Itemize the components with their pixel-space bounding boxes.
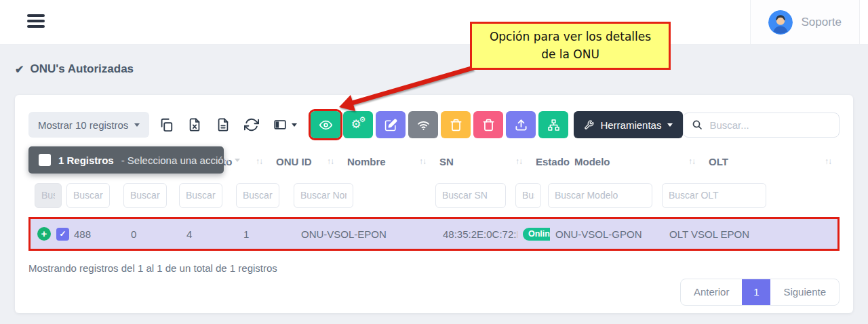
sitemap-icon [547, 119, 560, 131]
row-checkbox-checked[interactable]: ✓ [56, 228, 69, 241]
chevron-down-icon [134, 123, 140, 127]
expand-row-icon[interactable]: + [37, 227, 51, 241]
view-details-button[interactable] [311, 111, 340, 138]
filter-nombre[interactable] [294, 183, 353, 208]
filter-modelo[interactable] [548, 183, 652, 208]
column-header-modelo[interactable]: Modelo ↑↓ [569, 145, 703, 178]
pagination-next[interactable]: Siguiente [770, 279, 839, 305]
avatar [768, 10, 793, 35]
onu-table: 1 Registros - Selecciona una acción Puer… [28, 145, 840, 251]
table-row[interactable]: + ✓ 488 0 4 1 ONU-VSOL-EPON 48:35:2E:0C:… [31, 219, 837, 249]
wifi-icon [417, 119, 430, 131]
check-icon: ✔ [15, 63, 24, 76]
chevron-down-icon [235, 159, 240, 162]
filter-olt[interactable] [662, 183, 766, 208]
cell-modelo: ONU-VSOL-GPON [550, 228, 664, 240]
onu-table-card: Mostrar 10 registros [15, 95, 853, 313]
show-entries-dropdown[interactable]: Mostrar 10 registros [28, 112, 149, 138]
selected-count: 1 Registros [58, 155, 114, 166]
filter-onu-id[interactable] [236, 183, 279, 208]
column-header-sn[interactable]: SN ↑↓ [434, 145, 530, 178]
cell-slot: 0 [125, 228, 181, 240]
excel-export-icon[interactable] [186, 117, 203, 133]
row-highlight-box: + ✓ 488 0 4 1 ONU-VSOL-EPON 48:35:2E:0C:… [28, 217, 840, 251]
network-button[interactable] [538, 111, 568, 138]
column-header-nombre[interactable]: Nombre ↑↓ [342, 145, 434, 178]
search-input[interactable] [709, 119, 831, 131]
cell-sn: 48:35:2E:0C:72:BE [437, 228, 517, 240]
pagination-row: Anterior 1 Siguiente [28, 279, 840, 306]
bulk-action-label: - Selecciona una acción [121, 155, 240, 166]
hamburger-menu-icon[interactable] [27, 14, 45, 31]
bulk-action-dropdown[interactable]: 1 Registros - Selecciona una acción [28, 146, 224, 174]
trash-icon [450, 119, 462, 131]
delete-button[interactable] [441, 111, 471, 138]
cell-nombre: ONU-VSOL-EPON [296, 228, 437, 240]
pagination-page-1[interactable]: 1 [742, 279, 770, 305]
filter-slot[interactable] [123, 183, 167, 208]
cell-puerto: 4 [181, 228, 238, 240]
gears-icon: ⚙ ⚙ [351, 118, 366, 131]
sort-icon[interactable]: ↑↓ [256, 157, 262, 166]
user-menu[interactable]: Soporte [750, 0, 860, 44]
pagination-prev[interactable]: Anterior [681, 279, 743, 305]
cell-olt: OLT VSOL EPON [664, 228, 837, 240]
file-export-icon[interactable] [215, 117, 231, 133]
sort-icon[interactable]: ↑↓ [419, 157, 426, 166]
row-actions-group: ⚙ ⚙ [311, 111, 683, 138]
upload-button[interactable] [506, 111, 536, 138]
cell-id: 488 [68, 228, 125, 240]
wifi-button[interactable] [408, 111, 438, 138]
global-search [683, 113, 840, 138]
select-all-checkbox[interactable] [39, 154, 51, 166]
delete-permanent-button[interactable] [473, 111, 503, 138]
column-header-onu-id[interactable]: ONU ID ↑↓ [271, 145, 342, 178]
filter-estado[interactable] [515, 183, 541, 208]
refresh-icon[interactable] [243, 117, 260, 133]
settings-button[interactable]: ⚙ ⚙ [343, 111, 373, 138]
filter-puerto[interactable] [179, 183, 222, 208]
edit-icon [384, 119, 397, 131]
show-entries-label: Mostrar 10 registros [38, 119, 128, 131]
column-header-olt[interactable]: OLT ↑↓ [703, 145, 840, 178]
tools-dropdown-button[interactable]: Herramientas [574, 111, 683, 138]
table-info-text: Mostrando registros del 1 al 1 de un tot… [28, 262, 840, 274]
sort-icon[interactable]: ↑↓ [825, 157, 831, 166]
annotation-text: Opción para ver los detalles de la ONU [486, 28, 655, 63]
upload-icon [515, 119, 528, 131]
cell-onu-id: 1 [238, 228, 296, 240]
table-toolbar: Mostrar 10 registros [28, 111, 840, 138]
export-icons-group [158, 117, 298, 133]
sort-icon[interactable]: ↑↓ [327, 157, 334, 166]
eye-icon [319, 119, 332, 131]
table-filter-row [28, 178, 840, 213]
user-name: Soporte [801, 16, 842, 29]
trash-icon [482, 119, 495, 131]
chevron-down-icon [292, 123, 297, 127]
cell-estado: Online [517, 227, 550, 241]
pagination: Anterior 1 Siguiente [680, 279, 840, 306]
column-visibility-icon[interactable] [272, 117, 298, 133]
search-icon [692, 119, 703, 130]
filter-sn[interactable] [435, 183, 506, 208]
page-title: ✔ ONU's Autorizadas [15, 62, 134, 76]
row-controls-cell: + ✓ [31, 227, 68, 241]
wrench-icon [584, 120, 594, 130]
filter-controls [35, 183, 62, 208]
sort-icon[interactable]: ↑↓ [515, 157, 522, 166]
topbar: Soporte [0, 0, 868, 45]
status-badge: Online [523, 228, 550, 241]
page-title-text: ONU's Autorizadas [30, 62, 134, 76]
tools-label: Herramientas [600, 119, 661, 131]
chevron-down-icon [667, 123, 673, 127]
column-header-estado[interactable]: Estado [530, 145, 569, 178]
edit-button[interactable] [376, 111, 406, 138]
copy-icon[interactable] [158, 117, 174, 133]
annotation-callout: Opción para ver los detalles de la ONU [470, 22, 671, 70]
sort-icon[interactable]: ↑↓ [688, 157, 695, 166]
filter-id[interactable] [66, 183, 110, 208]
